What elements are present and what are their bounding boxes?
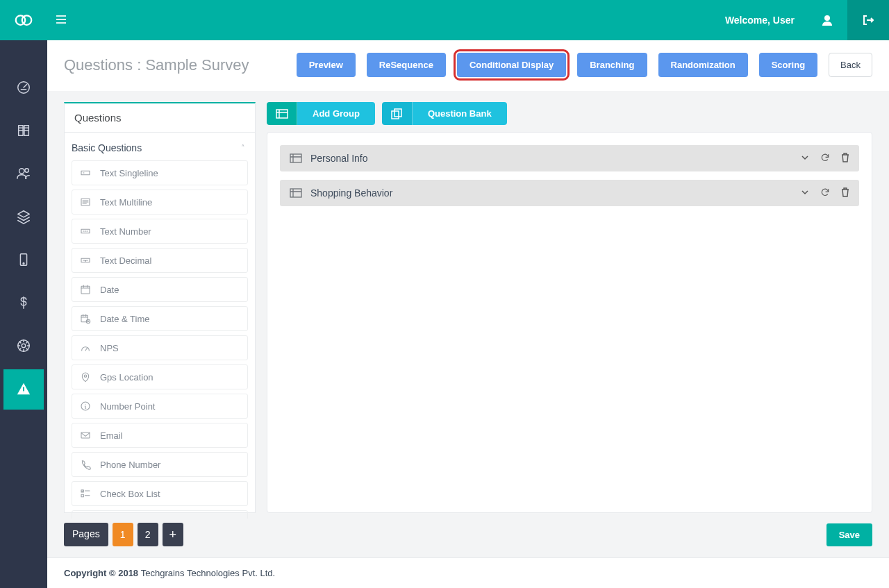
- group-icon: [290, 152, 302, 165]
- chevron-down-icon[interactable]: [801, 153, 809, 164]
- question-type-item[interactable]: Check Box List: [72, 481, 248, 506]
- left-nav: [0, 40, 47, 588]
- svg-point-15: [85, 260, 85, 261]
- text-multiline-icon: [79, 196, 92, 208]
- checkbox-list-icon: [79, 487, 92, 500]
- trash-icon[interactable]: [841, 187, 849, 199]
- svg-rect-16: [81, 286, 90, 294]
- question-type-item[interactable]: Check Box List With Other: [72, 510, 248, 519]
- text-decimal-icon: [79, 254, 92, 267]
- tablet-icon: [16, 252, 31, 269]
- copy-icon: [382, 102, 413, 125]
- dashboard-nav-item[interactable]: [3, 68, 44, 108]
- alert-icon: [16, 381, 31, 398]
- svg-rect-11: [81, 171, 90, 174]
- phone-icon: [79, 458, 92, 471]
- section-title-label: Basic Questions: [72, 142, 142, 153]
- resequence-button[interactable]: ReSequence: [367, 53, 446, 77]
- logout-button[interactable]: [847, 0, 889, 40]
- group-label: Shopping Behavior: [310, 187, 392, 199]
- back-button[interactable]: Back: [829, 53, 872, 77]
- scoring-button[interactable]: Scoring: [759, 53, 817, 77]
- randomization-button[interactable]: Randomization: [658, 53, 748, 77]
- chevron-down-icon[interactable]: [801, 187, 809, 199]
- save-button[interactable]: Save: [826, 523, 872, 546]
- layers-nav-item[interactable]: [3, 197, 44, 237]
- svg-point-9: [22, 344, 26, 348]
- conditional-display-button[interactable]: Conditional Display: [457, 53, 566, 77]
- question-bank-label: Question Bank: [413, 102, 507, 125]
- question-type-item[interactable]: Phone Number: [72, 452, 248, 477]
- alert-nav-item[interactable]: [3, 369, 44, 410]
- question-type-item[interactable]: Text Singleline: [72, 160, 248, 185]
- question-type-item[interactable]: Date: [72, 277, 248, 302]
- svg-rect-26: [276, 110, 288, 118]
- envelope-icon: [79, 429, 92, 442]
- refresh-icon[interactable]: [820, 153, 830, 165]
- question-type-label: Check Box List: [100, 489, 160, 499]
- section-title-row[interactable]: Basic Questions ˄: [65, 133, 255, 160]
- support-nav-item[interactable]: [3, 326, 44, 367]
- location-pin-icon: [79, 371, 92, 383]
- question-type-item[interactable]: Number Point: [72, 394, 248, 419]
- svg-rect-28: [394, 109, 401, 117]
- layers-icon: [16, 209, 31, 226]
- question-type-item[interactable]: Email: [72, 423, 248, 448]
- support-icon: [16, 338, 31, 355]
- svg-point-7: [23, 262, 24, 264]
- svg-point-4: [19, 168, 24, 173]
- svg-point-10: [23, 392, 24, 393]
- question-type-label: Date: [100, 285, 119, 295]
- dollar-nav-item[interactable]: [3, 283, 44, 324]
- question-group-row[interactable]: Shopping Behavior: [280, 180, 859, 206]
- question-bank-button[interactable]: Question Bank: [382, 102, 507, 125]
- groups-canvas: Personal Info Shopping Behavior: [267, 132, 872, 513]
- svg-rect-30: [290, 189, 301, 197]
- question-type-item[interactable]: Text Multiline: [72, 190, 248, 215]
- add-group-label: Add Group: [297, 102, 375, 125]
- text-singleline-icon: [79, 167, 92, 179]
- gauge-icon: [79, 342, 92, 354]
- footer-company: Techgrains Technologies Pvt. Ltd.: [141, 568, 275, 578]
- chevron-up-icon: ˄: [241, 144, 245, 153]
- book-nav-item[interactable]: [3, 111, 44, 151]
- group-icon: [290, 187, 302, 199]
- user-profile-button[interactable]: [807, 0, 847, 40]
- page-title: Questions : Sample Survey: [64, 56, 249, 74]
- tablet-nav-item[interactable]: [3, 240, 44, 280]
- branching-button[interactable]: Branching: [577, 53, 647, 77]
- question-type-item[interactable]: Text Decimal: [72, 248, 248, 273]
- logo: [0, 0, 47, 40]
- logo-icon: [13, 10, 34, 31]
- users-nav-item[interactable]: [3, 154, 44, 194]
- svg-point-1: [22, 15, 32, 25]
- add-page-button[interactable]: +: [163, 523, 183, 546]
- preview-button[interactable]: Preview: [297, 53, 356, 77]
- page-button[interactable]: 2: [138, 523, 158, 546]
- calendar-icon: [79, 283, 92, 296]
- add-group-button[interactable]: Add Group: [267, 102, 375, 125]
- welcome-text: Welcome, User: [713, 0, 807, 40]
- menu-toggle-button[interactable]: [47, 14, 75, 26]
- text-number-icon: [79, 225, 92, 237]
- page-title-subject: Sample Survey: [145, 56, 249, 74]
- question-type-label: Date & Time: [100, 314, 150, 324]
- question-types-panel: Questions Basic Questions ˄ Text Singlel…: [64, 102, 256, 513]
- page-button[interactable]: 1: [113, 523, 133, 546]
- question-type-label: Text Decimal: [100, 255, 151, 266]
- question-type-label: Email: [100, 430, 123, 441]
- question-type-item[interactable]: NPS: [72, 335, 248, 360]
- question-type-label: Phone Number: [100, 460, 160, 470]
- trash-icon[interactable]: [841, 153, 849, 165]
- question-group-row[interactable]: Personal Info: [280, 145, 859, 171]
- page-header: Questions : Sample Survey Preview ReSequ…: [47, 40, 889, 91]
- question-type-item[interactable]: Text Number: [72, 219, 248, 244]
- svg-point-19: [84, 375, 86, 377]
- question-type-label: Text Multiline: [100, 197, 152, 208]
- question-type-item[interactable]: Date & Time: [72, 306, 248, 331]
- users-icon: [16, 166, 31, 183]
- paginator: Pages 12 +: [64, 523, 183, 546]
- refresh-icon[interactable]: [820, 187, 830, 199]
- panel-title: Questions: [65, 103, 255, 133]
- question-type-item[interactable]: Gps Location: [72, 364, 248, 389]
